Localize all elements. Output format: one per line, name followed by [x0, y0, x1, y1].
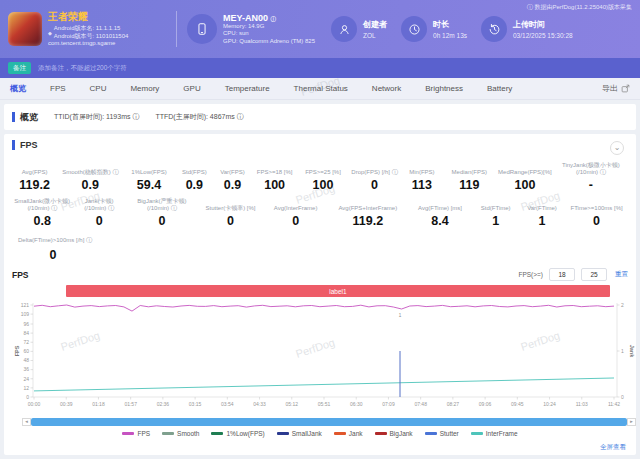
tab-CPU[interactable]: CPU [78, 84, 119, 93]
legend-item-SmallJank[interactable]: SmallJank [277, 430, 322, 437]
tab-Brightness[interactable]: Brightness [413, 84, 475, 93]
stat-label: SmallJank(微小卡顿) (/10min) ⓘ [14, 198, 70, 211]
scrollbar-right-arrow-icon[interactable]: ► [627, 418, 636, 426]
upload-block: 上传时间 03/12/2025 15:30:28 [481, 16, 573, 42]
device-memory: Memory: 14.9G [223, 23, 315, 31]
legend-item-Jank[interactable]: Jank [334, 430, 363, 437]
fps-threshold-input-1[interactable] [549, 268, 575, 281]
stat-value: 8.4 [409, 214, 470, 228]
stat-label: Jank(卡顿) (/10min) ⓘ [74, 198, 123, 211]
stat-value: 119.2 [330, 214, 405, 228]
person-icon [331, 16, 357, 42]
note-input[interactable]: 添加备注，不能超过200个字符 [38, 64, 127, 73]
legend-label: SmallJank [292, 430, 322, 437]
fps-section-title: FPS [20, 140, 38, 150]
legend-dash-icon [375, 432, 387, 435]
legend-item-InterFrame[interactable]: InterFrame [471, 430, 518, 437]
tabs-bar: 概览FPSCPUMemoryGPUTemperatureThermal Stat… [0, 78, 640, 100]
stat-value: 59.4 [125, 178, 173, 192]
stat-label: BigJank(严重卡顿) (/10min) ⓘ [128, 198, 196, 211]
row2-stat-8: Var(FTime)1 [519, 198, 565, 228]
app-icon [8, 12, 42, 46]
svg-text:60: 60 [23, 348, 29, 354]
fps-chart[interactable]: 0122436486072849610912101200:0000:3901:1… [12, 299, 628, 417]
app-title: 王者荣耀 [48, 10, 166, 24]
legend-label: Stutter [440, 430, 459, 437]
stat-value: 100 [253, 178, 296, 192]
stat-value: 0 [265, 214, 326, 228]
tab-Battery[interactable]: Battery [475, 84, 524, 93]
legend-item-FPS[interactable]: FPS [122, 430, 150, 437]
stat-value: 1 [521, 214, 563, 228]
stat-label: Avg(FTime) [ms] [409, 198, 470, 211]
stat-label: 1%Low(FPS) [125, 162, 173, 175]
svg-text:1: 1 [399, 313, 402, 318]
stat-value: 100 [498, 178, 552, 192]
chart-scrollbar[interactable]: ◄ ► [22, 418, 636, 426]
stat-label: Min(FPS) [403, 162, 440, 175]
export-button[interactable]: 导出 [602, 83, 630, 94]
svg-text:Jank: Jank [629, 345, 635, 358]
svg-text:09:06: 09:06 [479, 401, 492, 407]
svg-text:0: 0 [26, 394, 29, 400]
svg-text:01:57: 01:57 [124, 401, 137, 407]
stat-value: 0.9 [216, 178, 249, 192]
legend-item-Smooth[interactable]: Smooth [162, 430, 199, 437]
device-info-icon[interactable]: ⓘ [271, 16, 277, 22]
stat-value: 113 [403, 178, 440, 192]
fps-threshold-input-2[interactable] [581, 268, 607, 281]
svg-text:24: 24 [23, 376, 29, 382]
legend-item-BigJank[interactable]: BigJank [375, 430, 413, 437]
svg-text:03:15: 03:15 [189, 401, 202, 407]
history-clock-icon [481, 16, 507, 42]
stat-label: Var(FPS) [216, 162, 249, 175]
stat-label: Var(FTime) [521, 198, 563, 211]
export-icon [621, 84, 630, 93]
stat-label: Avg(FPS+InterFrame) [330, 198, 405, 211]
row2-stat-7: Std(FTime)1 [473, 198, 519, 228]
svg-text:121: 121 [21, 302, 30, 308]
scrollbar-left-arrow-icon[interactable]: ◄ [22, 418, 31, 426]
row1-stat-2: 1%Low(FPS)59.4 [123, 162, 175, 192]
legend-item-1%Low(FPS)[interactable]: 1%Low(FPS) [211, 430, 264, 437]
tab-FPS[interactable]: FPS [38, 84, 78, 93]
legend-label: FPS [137, 430, 150, 437]
stat-label: FPS>=25 [%] [300, 162, 345, 175]
tab-概览[interactable]: 概览 [10, 83, 38, 94]
fullscreen-link[interactable]: 全屏查看 [600, 443, 626, 452]
row2-stat-9: FTime>=100ms [%]0 [565, 198, 628, 228]
row2-stat-1: Jank(卡顿) (/10min) ⓘ0 [72, 198, 125, 228]
row2-stat-3: Stutter(卡顿率) [%]0 [198, 198, 263, 228]
legend-label: Jank [349, 430, 363, 437]
header-divider [176, 11, 177, 47]
legend-dash-icon [277, 432, 289, 435]
tab-Thermal Status[interactable]: Thermal Status [282, 84, 360, 93]
svg-text:FPS: FPS [14, 345, 20, 356]
chevron-down-icon: ⌄ [614, 143, 621, 152]
fps-chart-header: FPS FPS(>=) 重置 [12, 268, 628, 281]
row1-stat-11: TinyJank(极微小卡顿) (/10min) ⓘ- [554, 162, 628, 192]
stat-value: 0 [74, 214, 123, 228]
legend-item-Stutter[interactable]: Stutter [425, 430, 459, 437]
stat-value: 0 [567, 214, 626, 228]
tab-Temperature[interactable]: Temperature [213, 84, 282, 93]
reset-button[interactable]: 重置 [615, 270, 628, 279]
svg-text:07:09: 07:09 [382, 401, 395, 407]
tab-GPU[interactable]: GPU [171, 84, 212, 93]
stat-label: Median(FPS) [445, 162, 495, 175]
stat-label: FPS>=18 [%] [253, 162, 296, 175]
phone-icon [187, 14, 217, 44]
svg-text:05:51: 05:51 [318, 401, 331, 407]
android-version-name: Android版本名: 11.1.1.15 [54, 25, 129, 33]
app-package: com.tencent.tmgp.sgame [48, 40, 166, 48]
collapse-button[interactable]: ⌄ [610, 141, 624, 155]
legend-dash-icon [162, 432, 174, 435]
svg-text:04:33: 04:33 [253, 401, 266, 407]
note-badge: 备注 [8, 62, 31, 74]
scrollbar-thumb[interactable] [31, 418, 627, 426]
tab-Network[interactable]: Network [360, 84, 413, 93]
tab-Memory[interactable]: Memory [118, 84, 171, 93]
stat-value: 100 [300, 178, 345, 192]
row1-stat-8: Min(FPS)113 [401, 162, 442, 192]
row2-stat-0: SmallJank(微小卡顿) (/10min) ⓘ0.8 [12, 198, 72, 228]
